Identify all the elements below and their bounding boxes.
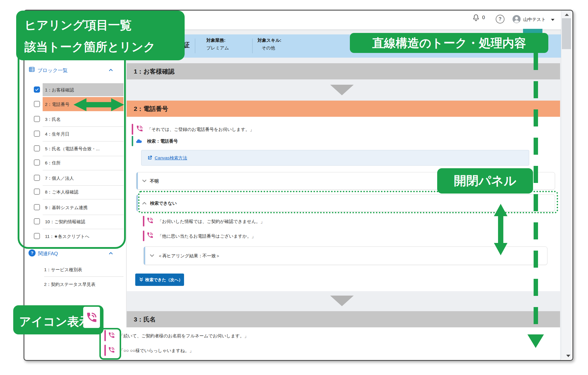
user-menu[interactable]: 山中テスト <box>523 17 546 22</box>
field-label-skill: 対象スキル: <box>258 38 281 43</box>
faq-collapse-icon[interactable] <box>108 251 113 256</box>
annotation-double-arrow-horizontal <box>74 98 124 112</box>
talk-text: 「○○ ○○様でいらっしゃいますね。」 <box>119 348 194 354</box>
block2-title: 2：電話番号 <box>134 105 168 113</box>
talk-accent-bar <box>143 216 144 226</box>
block3-header <box>127 311 560 327</box>
annotation-callout-hearing: ヒアリング項目一覧 該当トーク箇所とリンク <box>16 11 185 60</box>
help-icon[interactable]: ? <box>496 15 505 24</box>
talk-accent-bar <box>132 124 133 135</box>
block3-title: 3：氏名 <box>134 315 156 324</box>
header-divider <box>195 39 195 53</box>
sidebar-separator <box>44 276 123 277</box>
screenshot-stage: 0 ? 山中テスト 認証 対象業務: プレミアム 対象スキル: その他 ブロック… <box>0 0 588 375</box>
field-value-skill: その他 <box>262 45 275 51</box>
scrollbar-thumb[interactable] <box>562 18 571 49</box>
annotation-icon-outline <box>99 328 121 360</box>
faq-item-1[interactable]: 1：サービス種別表 <box>44 267 82 273</box>
block1-title: 1：お客様確認 <box>134 67 174 76</box>
faq-icon: ? <box>29 249 36 256</box>
phone-icon <box>86 311 98 324</box>
annotation-text: アイコン表示 <box>19 314 91 330</box>
header-divider <box>252 39 253 53</box>
annotation-double-arrow-vertical <box>493 204 509 255</box>
canvas-link-box <box>141 150 529 166</box>
canvas-link[interactable]: Canvas検索方法 <box>155 155 187 161</box>
faq-item-2[interactable]: 2：契約ステータス早見表 <box>44 282 96 287</box>
search-cloud-icon <box>135 137 143 144</box>
scroll-down-icon[interactable] <box>566 355 570 357</box>
panel-accent <box>144 247 145 265</box>
block3-body <box>127 327 560 360</box>
panel-re-hearing-label[interactable]: ＜再ヒアリング結果：不一致＞ <box>158 253 220 259</box>
external-link-icon[interactable] <box>147 155 153 161</box>
talk-text: 「続いて、ご契約者様のお名前をフルネームでお伺いします。」 <box>119 333 249 339</box>
phone-icon <box>146 217 154 224</box>
scroll-up-icon[interactable] <box>565 14 569 16</box>
flow-connector-icon <box>330 85 354 95</box>
field-value-business: プレミアム <box>206 45 229 51</box>
annotation-phone-chip <box>83 307 100 328</box>
talk-text: 「お伺いした情報では、ご契約が確認できません。」 <box>158 219 265 224</box>
faq-title: 関連FAQ <box>38 250 58 257</box>
notification-bell-icon[interactable] <box>472 14 480 22</box>
search-accent-bar <box>132 136 133 146</box>
talk-accent-bar <box>143 231 144 241</box>
block1-header <box>127 63 560 79</box>
chevron-down-icon[interactable] <box>149 253 155 259</box>
phone-icon <box>146 231 154 239</box>
annotation-text: ヒアリング項目一覧 <box>24 17 132 33</box>
avatar-icon[interactable] <box>512 15 521 24</box>
annotation-dashed-arrow-head <box>527 334 544 348</box>
annotation-callout-panel: 開閉パネル <box>437 168 533 194</box>
notification-count: 0 <box>482 15 485 21</box>
panel-accent <box>136 195 138 211</box>
panel-accent <box>136 172 138 189</box>
double-chevron-down-icon[interactable] <box>139 277 144 283</box>
annotation-callout-linear: 直線構造のトーク・処理内容 <box>350 33 548 53</box>
block2-header <box>127 101 560 117</box>
hidden-toolbar-button <box>523 29 542 33</box>
annotation-dashed-arrow-line <box>534 53 538 334</box>
field-label-business: 対象業務: <box>206 38 225 43</box>
flow-connector-icon <box>330 296 354 306</box>
phone-icon <box>136 125 143 132</box>
talk-text: 「それでは、ご登録のお電話番号をお伺いします。」 <box>147 127 254 132</box>
search-found-next-label[interactable]: 検索できた（次へ） <box>145 277 183 283</box>
chevron-down-icon[interactable] <box>141 178 147 184</box>
search-label: 検索：電話番号 <box>147 139 178 144</box>
talk-text: 「他に思い当たるお電話番号はございますか。」 <box>158 234 256 239</box>
user-menu-caret-icon[interactable] <box>551 19 554 21</box>
annotation-text: 該当トーク箇所とリンク <box>24 39 156 55</box>
panel-unknown-label[interactable]: 不明 <box>150 179 159 184</box>
vertical-scrollbar[interactable] <box>561 11 572 359</box>
